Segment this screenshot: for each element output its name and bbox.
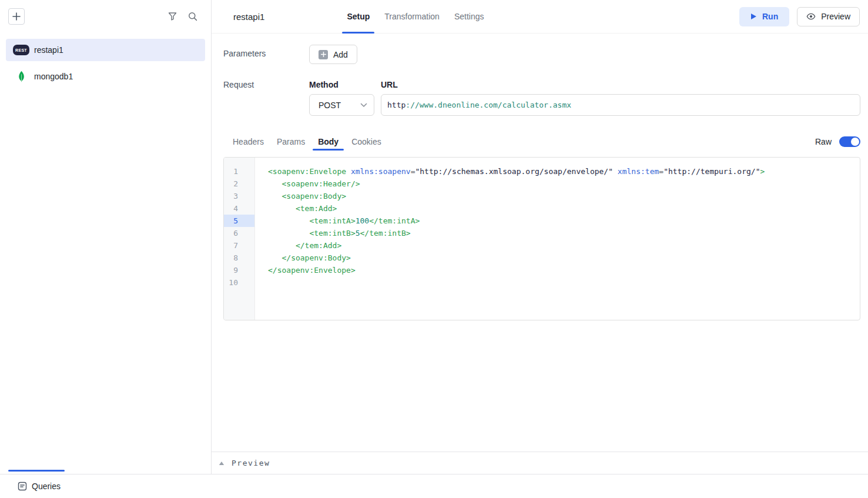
plus-square-icon — [319, 50, 328, 59]
method-value: POST — [319, 101, 341, 110]
sidebar: RESTrestapi1mongodb1 — [0, 0, 212, 474]
code-line — [268, 276, 855, 289]
preview-button-label: Preview — [821, 12, 850, 21]
editor-gutter: 12345678910 — [224, 158, 255, 320]
body-tab-headers[interactable]: Headers — [233, 132, 264, 151]
collapse-caret-icon — [219, 461, 224, 466]
url-label: URL — [381, 80, 860, 89]
header-actions: Run Preview — [739, 7, 860, 26]
line-number: 9 — [224, 264, 254, 276]
raw-label: Raw — [815, 137, 832, 146]
rest-api-icon: REST — [13, 45, 29, 55]
bottom-bar: Queries — [0, 474, 868, 498]
main-header: restapi1 SetupTransformationSettings Run… — [212, 0, 868, 34]
body-tab-cookies[interactable]: Cookies — [351, 132, 381, 151]
editor-code[interactable]: <soapenv:Envelope xmlns:soapenv="http://… — [255, 158, 860, 320]
plus-icon — [12, 12, 21, 21]
line-number: 4 — [224, 202, 254, 215]
method-label: Method — [309, 80, 374, 89]
rest-api-icon-wrap: REST — [13, 45, 29, 55]
sidebar-item-label: restapi1 — [34, 45, 63, 55]
tab-transformation[interactable]: Transformation — [384, 0, 440, 33]
parameters-row: Parameters Add — [223, 45, 860, 64]
tab-settings[interactable]: Settings — [454, 0, 484, 33]
line-number: 6 — [224, 227, 254, 239]
sidebar-item-label: mongodb1 — [34, 72, 73, 81]
body-tabs: HeadersParamsBodyCookies — [233, 132, 381, 151]
code-line: <soapenv:Body> — [268, 190, 855, 202]
body-tab-body[interactable]: Body — [318, 132, 339, 151]
code-line: <tem:intA>100</tem:intA> — [268, 215, 855, 227]
filter-icon[interactable] — [168, 12, 177, 21]
request-row: Request Method POST URL http://www.dneon… — [223, 80, 860, 116]
query-title: restapi1 — [233, 12, 264, 22]
line-number: 1 — [224, 165, 254, 178]
main-panel: restapi1 SetupTransformationSettings Run… — [212, 0, 868, 474]
setup-panel: Parameters Add Request Method POST — [212, 34, 868, 452]
queries-tab[interactable]: Queries — [18, 482, 61, 491]
line-number: 3 — [224, 190, 254, 202]
code-line: <soapenv:Envelope xmlns:soapenv="http://… — [268, 165, 855, 178]
eye-icon — [806, 12, 816, 21]
add-parameter-button[interactable]: Add — [309, 45, 357, 64]
entity-list: RESTrestapi1mongodb1 — [0, 33, 211, 88]
line-number: 5 — [224, 215, 254, 227]
url-column: URL http://www.dneonline.com/calculator.… — [381, 80, 860, 116]
tab-setup[interactable]: Setup — [347, 0, 370, 33]
code-line: <tem:intB>5</tem:intB> — [268, 227, 855, 239]
code-line: </soapenv:Envelope> — [268, 264, 855, 276]
mongodb-icon — [13, 71, 29, 82]
toggle-knob — [851, 138, 859, 146]
body-tabs-row: HeadersParamsBodyCookies Raw — [223, 132, 860, 151]
preview-button[interactable]: Preview — [797, 7, 860, 26]
play-icon — [750, 13, 757, 20]
parameters-label: Parameters — [223, 45, 309, 58]
run-button[interactable]: Run — [739, 7, 789, 26]
url-input[interactable]: http://www.dneonline.com/calculator.asmx — [381, 94, 860, 116]
raw-toggle-group: Raw — [815, 136, 860, 147]
code-line: </tem:Add> — [268, 239, 855, 252]
method-select[interactable]: POST — [309, 94, 374, 116]
add-entity-button[interactable] — [8, 8, 25, 25]
run-button-label: Run — [762, 12, 778, 21]
main-tabs: SetupTransformationSettings — [347, 0, 484, 33]
line-number: 8 — [224, 252, 254, 264]
raw-toggle-switch[interactable] — [839, 136, 860, 147]
request-label: Request — [223, 80, 309, 116]
code-line: <soapenv:Header/> — [268, 178, 855, 190]
code-editor[interactable]: 12345678910 <soapenv:Envelope xmlns:soap… — [223, 157, 860, 320]
line-number: 2 — [224, 178, 254, 190]
sidebar-item-mongodb1[interactable]: mongodb1 — [6, 65, 205, 88]
search-icon[interactable] — [188, 12, 197, 21]
queries-active-indicator — [8, 470, 65, 472]
queries-tab-label: Queries — [32, 482, 61, 491]
sidebar-tools — [168, 12, 197, 21]
chevron-down-icon — [360, 103, 367, 108]
method-column: Method POST — [309, 80, 374, 116]
code-line: <tem:Add> — [268, 202, 855, 215]
sidebar-item-restapi1[interactable]: RESTrestapi1 — [6, 39, 205, 61]
sidebar-header — [0, 0, 211, 33]
code-line: </soapenv:Body> — [268, 252, 855, 264]
add-button-label: Add — [333, 50, 348, 59]
preview-collapse-bar[interactable]: Preview — [212, 452, 868, 474]
preview-bar-label: Preview — [232, 459, 270, 467]
body-row: RESTrestapi1mongodb1 restapi1 SetupTrans… — [0, 0, 868, 474]
app-root: RESTrestapi1mongodb1 restapi1 SetupTrans… — [0, 0, 868, 498]
line-number: 10 — [224, 276, 254, 289]
queries-icon — [18, 482, 27, 491]
body-tab-params[interactable]: Params — [277, 132, 305, 151]
line-number: 7 — [224, 239, 254, 252]
